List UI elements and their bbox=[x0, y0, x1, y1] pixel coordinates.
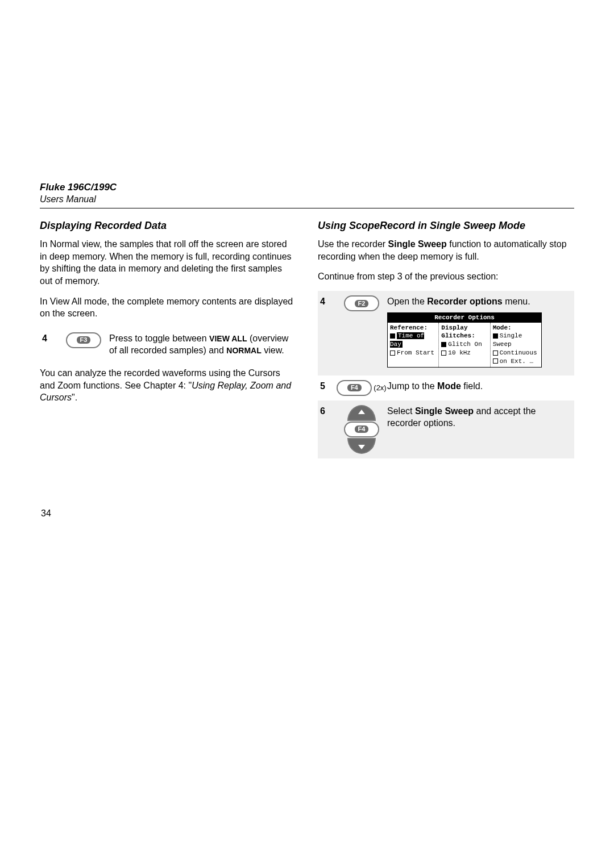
f4-key-label: F4 bbox=[347, 384, 362, 391]
right-step-4: 4 F2 Open the Recorder options menu. Rec… bbox=[318, 291, 574, 375]
page-number: 34 bbox=[41, 508, 51, 519]
arrow-up-icon bbox=[347, 405, 376, 421]
right-step-6: 6 F4 Select Single Sweep and accept the … bbox=[318, 400, 574, 458]
f4-key-icon: F4 bbox=[337, 380, 372, 396]
checkbox-icon bbox=[441, 342, 446, 347]
step-number: 6 bbox=[320, 405, 336, 418]
press-count: (2x) bbox=[374, 383, 386, 393]
checkbox-icon bbox=[441, 350, 446, 356]
checkbox-icon bbox=[390, 350, 395, 356]
step-number: 4 bbox=[42, 332, 58, 345]
right-paragraph-1: Use the recorder Single Sweep function t… bbox=[318, 238, 574, 262]
manual-type: Users Manual bbox=[40, 194, 574, 205]
menu-title: Recorder Options bbox=[388, 313, 541, 323]
checkbox-icon bbox=[493, 333, 498, 339]
checkbox-icon bbox=[390, 333, 395, 339]
left-paragraph-1: In Normal view, the samples that roll of… bbox=[40, 238, 296, 287]
menu-col-display: Display Glitches: Glitch On 10 kHz bbox=[438, 323, 489, 367]
recorder-options-menu: Recorder Options Reference: Time of Day … bbox=[387, 312, 542, 368]
view-all-label: VIEW ALL bbox=[209, 334, 247, 343]
f3-key-label: F3 bbox=[77, 336, 91, 344]
step-number: 4 bbox=[320, 295, 336, 308]
checkbox-icon bbox=[493, 350, 498, 356]
header-divider bbox=[40, 208, 574, 208]
left-section-title: Displaying Recorded Data bbox=[40, 219, 296, 232]
selected-option: Time of Day bbox=[390, 332, 424, 348]
step-number: 5 bbox=[320, 380, 336, 393]
menu-col-reference: Reference: Time of Day From Start bbox=[388, 323, 438, 367]
f4-key-icon: F4 bbox=[344, 422, 379, 437]
model-line: Fluke 196C/199C bbox=[40, 182, 574, 193]
left-paragraph-2: In View All mode, the complete memory co… bbox=[40, 295, 296, 320]
right-step6-text: Select Single Sweep and accept the recor… bbox=[387, 405, 572, 429]
left-paragraph-3: You can analyze the recorded waveforms u… bbox=[40, 367, 296, 404]
arrow-down-icon bbox=[347, 438, 376, 454]
right-step5-text: Jump to the Mode field. bbox=[387, 380, 572, 393]
checkbox-icon bbox=[493, 358, 498, 364]
page-header: Fluke 196C/199C Users Manual bbox=[40, 182, 574, 205]
right-section-title: Using ScopeRecord in Single Sweep Mode bbox=[318, 219, 574, 232]
right-paragraph-2: Continue from step 3 of the previous sec… bbox=[318, 270, 574, 283]
f2-key-icon: F2 bbox=[344, 295, 379, 311]
normal-label: NORMAL bbox=[226, 346, 261, 355]
right-step-5: 5 F4 (2x) Jump to the Mode field. bbox=[318, 375, 574, 400]
right-step4-text: Open the Recorder options menu. Recorder… bbox=[387, 295, 572, 368]
f3-key-icon: F3 bbox=[66, 332, 101, 348]
f2-key-label: F2 bbox=[355, 300, 369, 307]
left-step-4: 4 F3 Press to toggle between VIEW ALL (o… bbox=[40, 328, 296, 361]
left-step4-text: Press to toggle between VIEW ALL (overvi… bbox=[109, 332, 294, 357]
left-column: Displaying Recorded Data In Normal view,… bbox=[40, 219, 296, 458]
f4-key-label: F4 bbox=[355, 425, 369, 433]
arrow-f4-key-group: F4 bbox=[344, 405, 379, 454]
menu-col-mode: Mode: Single Sweep Continuous on Ext. … bbox=[490, 323, 541, 367]
right-column: Using ScopeRecord in Single Sweep Mode U… bbox=[318, 219, 574, 458]
